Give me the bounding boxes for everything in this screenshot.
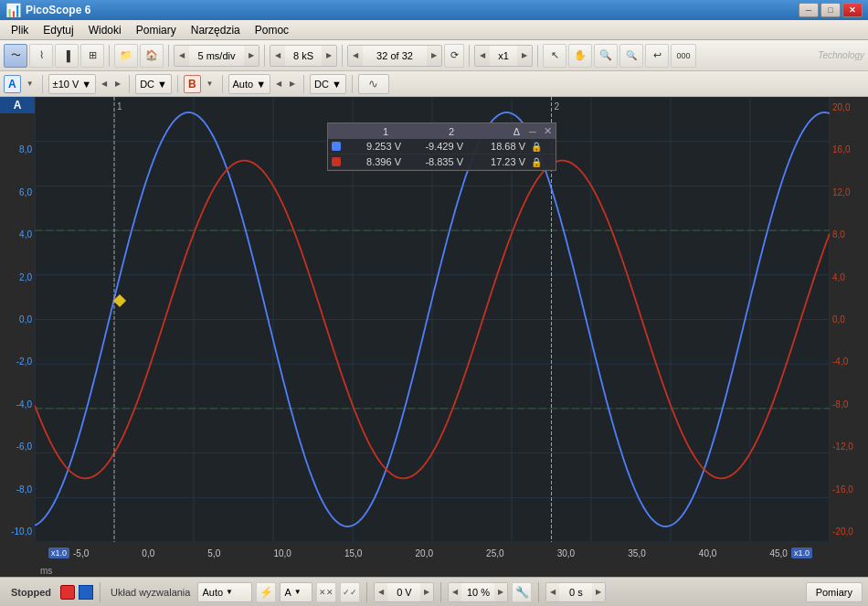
channel-a-coupling[interactable]: DC ▼ <box>135 74 172 94</box>
meas-row-2: 8.396 V -8.835 V 17.23 V 🔒 <box>328 154 556 170</box>
channel-a-arrow[interactable]: ▼ <box>24 79 37 89</box>
x-axis-label: 15,0 <box>344 548 362 558</box>
scale-control: ◀ 10 % ▶ <box>448 582 508 602</box>
offset-prev[interactable]: ◀ <box>375 583 387 601</box>
y-right-label: 16,0 <box>832 144 865 154</box>
toolbar-sep-4 <box>342 45 343 67</box>
x-axis-label: 10,0 <box>273 548 291 558</box>
y-left-label: -4,0 <box>3 399 32 409</box>
y-right-label: 20,0 <box>832 102 865 112</box>
xy-mode-button[interactable]: ⊞ <box>80 44 104 68</box>
cursor-button[interactable]: ↖ <box>543 44 566 68</box>
trigger-ch-dropdown[interactable]: A ▼ <box>280 582 312 602</box>
trigger-value: Auto <box>202 587 223 598</box>
menu-help[interactable]: Pomoc <box>248 22 296 38</box>
meas-col-2-header: 2 <box>397 126 460 137</box>
channel-a-coupling-value: DC <box>140 79 154 90</box>
disable-button[interactable]: ✕✕ <box>316 582 336 602</box>
zoom-out-button[interactable]: 🔍 <box>619 44 643 68</box>
save-button[interactable]: 🏠 <box>140 44 164 68</box>
x-axis-label: 0,0 <box>142 548 154 558</box>
wrench-button[interactable]: 🔧 <box>512 582 532 602</box>
meas-x-button[interactable]: ✕ <box>544 125 552 137</box>
open-button[interactable]: 📁 <box>114 44 138 68</box>
channel-a-voltage-value: ±10 V <box>53 79 79 90</box>
menu-views[interactable]: Widoki <box>81 22 129 38</box>
menu-file[interactable]: Plik <box>4 22 36 38</box>
time-next[interactable]: ▶ <box>592 583 605 601</box>
y-right-label: 4,0 <box>832 272 865 282</box>
samples-value: 8 kS <box>285 50 322 61</box>
trigger-dropdown[interactable]: Auto ▼ <box>197 582 252 602</box>
maximize-button[interactable]: □ <box>820 3 841 17</box>
channel-b-arrow[interactable]: ▼ <box>204 79 217 89</box>
grid-area[interactable]: 12 1 2 Δ ─ ✕ 9.253 V -9.429 V 18.68 V 🔒 <box>35 97 830 542</box>
samples-next[interactable]: ▶ <box>322 46 336 66</box>
time-prev[interactable]: ◀ <box>546 583 559 601</box>
y-left-label: 2,0 <box>3 272 32 282</box>
channel-b-voltage-prev[interactable]: ◀ <box>273 79 284 89</box>
auto-button[interactable]: 000 <box>671 44 696 68</box>
zoom-value: x1 <box>490 50 517 61</box>
zoom-next[interactable]: ▶ <box>517 46 532 66</box>
channel-a-voltage[interactable]: ±10 V ▼ <box>48 74 97 94</box>
channel-a-voltage-prev[interactable]: ◀ <box>99 79 110 89</box>
zoom-in-button[interactable]: 🔍 <box>594 44 618 68</box>
stopped-label: Stopped <box>5 585 57 600</box>
menubar: Plik Edytuj Widoki Pomiary Narzędzia Pom… <box>0 20 868 40</box>
menu-edit[interactable]: Edytuj <box>36 22 80 38</box>
pomiary-button[interactable]: Pomiary <box>806 582 863 602</box>
menu-measurements[interactable]: Pomiary <box>129 22 184 38</box>
enable-button[interactable]: ✓✓ <box>340 582 360 602</box>
trigger-label: Układ wyzwalania <box>107 587 194 598</box>
channel-b-voltage-value: Auto <box>233 79 254 90</box>
ch-a-indicator: A <box>0 97 35 113</box>
timebase-next[interactable]: ▶ <box>244 46 259 66</box>
y-left-label: 6,0 <box>3 187 32 197</box>
offset-control: ◀ 0 V ▶ <box>374 582 434 602</box>
capture-prev[interactable]: ◀ <box>348 46 363 66</box>
toolbar-sep-2 <box>168 45 169 67</box>
capture-value: 32 of 32 <box>363 50 427 61</box>
x-axis-labels: -5,00,05,010,015,020,025,030,035,040,045… <box>69 548 791 558</box>
stop-button[interactable] <box>79 585 93 600</box>
channel-b-coupling[interactable]: DC ▼ <box>310 74 346 94</box>
timebase-control: ◀ 5 ms/div ▶ <box>174 45 259 67</box>
x-axis-label: 20,0 <box>416 548 433 558</box>
channel-b-voltage-next[interactable]: ▶ <box>287 79 298 89</box>
y-left-label: -6,0 <box>3 441 32 452</box>
y-left-label: -10,0 <box>3 526 32 537</box>
channel-a-voltage-next[interactable]: ▶ <box>112 79 123 89</box>
capture-next[interactable]: ▶ <box>427 46 441 66</box>
minimize-button[interactable]: ─ <box>799 3 819 17</box>
channel-b-voltage[interactable]: Auto ▼ <box>228 74 271 94</box>
scope-mode-button[interactable]: 〜 <box>4 44 27 68</box>
scale-prev[interactable]: ◀ <box>449 583 461 601</box>
spectrum-mode-button[interactable]: ⌇ <box>29 44 53 68</box>
menu-tools[interactable]: Narzędzia <box>184 22 248 38</box>
channel-b-label[interactable]: B <box>184 75 201 93</box>
close-button[interactable]: ✕ <box>842 3 863 17</box>
y-left-label: -2,0 <box>3 356 32 367</box>
meas-close-button[interactable]: ─ <box>529 126 536 137</box>
bar-mode-button[interactable]: ▐ <box>55 44 79 68</box>
refresh-button[interactable]: ⟳ <box>444 44 464 68</box>
scale-next[interactable]: ▶ <box>494 583 507 601</box>
y-right-label: 12,0 <box>832 187 865 197</box>
ch-sep-3 <box>177 75 178 93</box>
math-button[interactable]: ∿ <box>358 74 389 94</box>
channel-a-label[interactable]: A <box>4 75 21 93</box>
samples-control: ◀ 8 kS ▶ <box>270 45 337 67</box>
time-control: ◀ 0 s ▶ <box>545 582 606 602</box>
trigger-dropdown-arrow: ▼ <box>226 588 233 596</box>
samples-prev[interactable]: ◀ <box>270 46 285 66</box>
pan-button[interactable]: ✋ <box>568 44 592 68</box>
undo-button[interactable]: ↩ <box>645 44 669 68</box>
trigger-icon-button[interactable]: ⚡ <box>256 582 276 602</box>
timebase-prev[interactable]: ◀ <box>175 46 189 66</box>
x-axis: x1.0 -5,00,05,010,015,020,025,030,035,04… <box>0 542 868 564</box>
offset-next[interactable]: ▶ <box>420 583 433 601</box>
zoom-prev[interactable]: ◀ <box>475 46 490 66</box>
trigger-ch-value: A <box>284 587 291 598</box>
run-button[interactable] <box>60 585 75 600</box>
